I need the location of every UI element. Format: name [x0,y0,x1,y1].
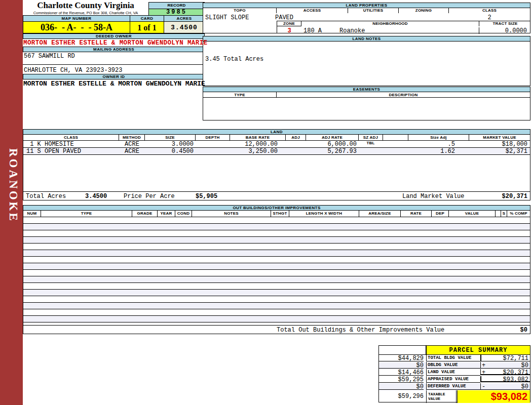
out-buildings-total-label: Total Out Buildings & Other Improvements… [277,327,444,334]
land-cell-class: 1 K HOMESITE [26,141,74,148]
label-obldg-value: OBLDG VALUE [426,362,480,369]
label-deferred-value: DEFERRED VALUE [426,383,480,390]
ob-col-blank [496,211,501,217]
zoning-header: ZONING [399,8,449,13]
easement-type-header: TYPE [203,92,277,98]
land-title: LAND [23,129,530,135]
land-properties-section: LAND PROPERTIES TOPO ACCESS UTILITIES ZO… [203,3,530,33]
land-totals-row: Total Acres 3.4500 Price Per Acre $5,905… [23,191,530,200]
value: $0 [488,362,528,369]
tract-size-value: 0.0000 [479,27,527,34]
taxable-value-cell: $93,082 [457,390,530,403]
op: + [482,362,485,369]
parcel-summary: PARCEL SUMMARY $44,829 TOTAL BLDG VALUE … [378,345,530,402]
land-col-blank [383,135,408,140]
op: + [482,369,485,376]
easement-description-header: DESCRIPTION [277,92,530,98]
parcel-summary-prior-header-cell [378,345,426,355]
land-cell-method: ACRE [119,141,145,148]
land-col-size-adj: Size Adj [408,135,469,140]
value: $0 [488,383,528,390]
zone-label: ZONE [277,21,301,26]
ob-col-s: S [501,211,507,217]
ob-col-area-size: AREA/SIZE [359,211,401,217]
mailing-address-label: MAILING ADDRESS [23,47,205,52]
land-col-method: METHOD [119,135,145,140]
land-col-market-value: MARKET VALUE [469,135,530,140]
out-buildings-total-value: $0 [495,327,527,334]
land-header-row: CLASS METHOD SIZE DEPTH BASE RATE ADJ AD… [23,135,530,141]
topo-value: SLIGHT SLOPE [205,14,249,21]
op: - [482,383,485,390]
zone-value: 3 [277,27,301,34]
record-box: RECORD 3985 [148,2,205,15]
zone-neighborhood-box: ZONE NEIGHBORHOOD TRACT SIZE 3 180 A Roa… [277,21,530,33]
ob-col-dep: DEP [432,211,449,217]
land-col-adj-rate: ADJ RATE [306,135,359,140]
label-taxable-value: TAXABLE VALUE [426,390,457,403]
out-buildings-empty-rows [23,217,530,325]
neighborhood-label: NEIGHBORHOOD [301,21,479,26]
value: $72,711 [488,355,528,362]
label-appraised-value: APPRAISED VALUE [426,376,480,383]
total-acres-value: 3.4500 [85,193,107,200]
easements-box: TYPE DESCRIPTION [203,92,530,120]
utilities-header: UTILITIES [348,8,399,13]
topo-header: TOPO [203,8,277,13]
taxable-value: $93,082 [459,391,527,402]
land-col-sz-adj-tbl: SZ ADJ TBL [359,135,383,140]
mailing-address-line2: CHARLOTTE CH, VA 23923-3923 [24,67,122,74]
cell-land-value: + $20,371 [480,369,530,375]
land-market-value-label: Land Market Value [402,193,464,200]
prior-deferred-value: $0 [379,383,424,390]
land-cell-size: 3.0000 [145,141,194,148]
parcel-summary-title: PARCEL SUMMARY [426,345,530,355]
land-cell-adj-rate: 5,267.93 [306,148,357,155]
land-notes-box: 3.45 Total Acres [203,41,530,86]
out-buildings-total-row: Total Out Buildings & Other Improvements… [23,325,530,334]
land-cell-size: 0.4500 [145,148,194,155]
prior-total-bldg-value: $44,829 [379,355,424,361]
access-value: PAVED [275,14,293,21]
map-number-value: 036- - A- - - 58-A [23,21,130,33]
card-value: 1 of 1 [130,21,164,33]
land-cell-method: ACRE [119,148,145,155]
land-notes-text: 3.45 Total Acres [205,56,263,63]
ob-col-pct-comp: % COMP [507,211,530,217]
prior-obldg-value: $0 [379,362,424,369]
prior-land-value: $14,466 [379,369,424,376]
ob-col-notes: NOTES [192,211,271,217]
access-header: ACCESS [277,8,348,13]
land-cell-size-adj: 1.62 [408,148,455,155]
deeded-owner-label: DEEDED OWNER [23,33,205,39]
cell-appraised-value: $93,082 [480,376,530,382]
land-cell-class: 11 S OPEN PAVED [26,148,81,155]
cell-total-bldg-value: $72,711 [480,355,530,361]
prior-appraised-value: $59,295 [379,376,424,383]
land-cell-market-value: $18,000 [469,141,527,148]
owner-id-value: MORTON ESTHER ESTELLE & MORTON GWENDOLYN… [23,80,205,88]
cell-deferred-value: - $0 [480,383,530,390]
out-buildings-title: OUT BUILDINGS/OTHER IMPROVEMENTS [23,205,530,211]
land-col-adj: ADJ [286,135,306,140]
value: $20,371 [488,369,528,376]
deeded-owner-value: MORTON ESTHER ESTELLE & MORTON GWENDOLYN… [23,39,207,47]
ob-col-sthgt: STHGT [271,211,289,217]
owner-id-label: OWNER ID [23,74,205,79]
ob-col-num: NUM [23,211,41,217]
class-header: CLASS [449,8,530,13]
land-col-class: CLASS [23,135,119,140]
commissioner-line: Commissioner of the Revenue, PO Box 308,… [23,11,148,15]
label-land-value: LAND VALUE [426,369,480,376]
label-total-bldg-value: TOTAL BLDG VALUE [426,355,480,361]
mailing-address-line1: 567 SAWMILL RD [24,53,75,60]
land-cell-market-value: $2,371 [469,148,527,155]
property-record-card: ROANOKE Charlotte County Virginia Commis… [0,0,532,405]
sidebar: ROANOKE [0,0,23,405]
neighborhood-name: Roanoke [339,27,365,34]
class-value: 2 [449,14,530,21]
prior-taxable-value: $59,296 [379,390,424,403]
ob-col-length-width: LENGTH X WIDTH [289,211,359,217]
sidebar-district-label: ROANOKE [4,148,20,250]
land-col-base-rate: BASE RATE [230,135,286,140]
